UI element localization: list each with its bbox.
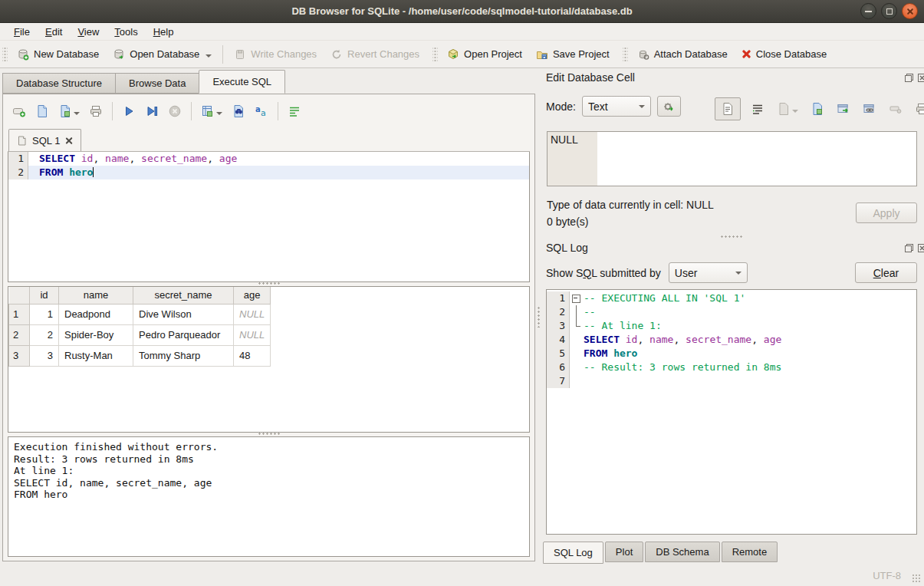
menu-file[interactable]: File [7,25,37,39]
code-line[interactable]: 7 [547,374,916,388]
menu-tools[interactable]: Tools [107,25,144,39]
clear-log-button[interactable]: Clear [855,262,917,283]
format-sql-button[interactable]: aa [253,103,270,120]
row-header[interactable]: 2 [9,324,30,345]
float-panel-icon[interactable] [904,243,914,253]
tab-execute-sql[interactable]: Execute SQL [199,70,285,94]
close-database-button[interactable]: Close Database [735,44,834,64]
code-line[interactable]: 3-- At line 1: [547,319,916,333]
cell-value-editor[interactable]: NULL [547,131,917,186]
find-button[interactable] [230,103,247,120]
tab-sql-log[interactable]: SQL Log [543,542,603,564]
apply-button[interactable]: Apply [856,202,917,223]
close-panel-icon[interactable] [917,73,924,83]
open-database-button[interactable]: Open Database [106,44,219,64]
float-panel-icon[interactable] [904,73,914,83]
toolbar-grip[interactable] [2,46,8,63]
titlebar[interactable]: DB Browser for SQLite - /home/user/code/… [0,0,924,23]
table-cell[interactable]: NULL [234,324,271,345]
sql-log-filter-select[interactable]: User [669,262,748,283]
table-cell[interactable]: NULL [234,304,271,324]
code-line[interactable]: 4SELECT id, name, secret_name, age [547,333,916,347]
tab-db-schema[interactable]: DB Schema [645,542,719,562]
word-wrap-button[interactable] [286,103,303,120]
table-cell[interactable]: Dive Wilson [133,304,234,324]
link-window-button[interactable] [860,100,879,118]
sql-editor[interactable]: 1SELECT id, name, secret_name, age2FROM … [8,152,530,282]
code-line[interactable]: 6-- Result: 3 rows returned in 8ms [547,360,916,374]
resize-grip[interactable] [912,574,922,584]
menu-view[interactable]: View [71,25,106,39]
auto-apply-button[interactable] [657,96,681,117]
table-cell[interactable]: Deadpond [59,304,133,324]
new-sql-tab-button[interactable] [11,103,28,120]
tab-remote[interactable]: Remote [722,542,778,562]
toolbar-grip[interactable] [623,46,628,63]
execute-line-button[interactable] [143,103,160,120]
maximize-button[interactable] [881,3,897,19]
fold-marker[interactable] [570,291,582,305]
tab-browse-data[interactable]: Browse Data [115,73,199,94]
close-panel-icon[interactable] [917,243,924,253]
horizontal-splitter[interactable] [546,235,917,239]
sql-document-icon [17,136,27,146]
table-cell[interactable]: Rusty-Man [59,345,133,366]
save-sql-file-button[interactable] [57,103,81,120]
row-header[interactable]: 1 [9,304,30,324]
tab-plot[interactable]: Plot [605,542,643,562]
menu-edit[interactable]: Edit [38,25,69,39]
execute-all-button[interactable] [120,103,137,120]
sql-file-tab[interactable]: SQL 1 [8,129,81,152]
code-line[interactable]: 2-- [547,305,916,319]
write-changes-button[interactable]: Write Changes [227,44,324,64]
horizontal-splitter[interactable] [3,281,534,285]
text-mode-button[interactable] [715,97,741,120]
column-header-age[interactable]: age [234,287,271,304]
export-cell-button[interactable] [808,100,827,118]
corner-header[interactable] [9,287,30,304]
sql-log-view[interactable]: 1-- EXECUTING ALL IN 'SQL 1'2--3-- At li… [546,289,917,535]
execution-message-area[interactable]: Execution finished without errors. Resul… [8,436,530,557]
open-project-button[interactable]: Open Project [440,44,529,64]
tab-database-structure[interactable]: Database Structure [2,73,115,94]
table-cell[interactable]: Tommy Sharp [133,345,234,366]
revert-changes-label: Revert Changes [347,48,419,60]
print-button[interactable] [87,103,104,120]
open-sql-file-button[interactable] [34,103,51,120]
save-project-button[interactable]: Save Project [529,44,617,64]
encoding-indicator[interactable]: UTF-8 [873,570,901,581]
column-header-id[interactable]: id [30,287,59,304]
code-line[interactable]: 2FROM hero [8,166,529,179]
horizontal-splitter[interactable] [3,432,534,436]
row-header[interactable]: 3 [9,345,30,366]
close-button[interactable] [902,3,918,19]
word-wrap-cell-button[interactable] [748,100,767,118]
set-null-button[interactable] [886,100,905,118]
export-results-button[interactable] [199,103,224,120]
chevron-down-icon[interactable] [206,54,212,58]
code-line[interactable]: 1SELECT id, name, secret_name, age [8,152,529,166]
stop-button[interactable] [166,103,183,120]
table-cell[interactable]: 48 [234,345,271,366]
open-external-button[interactable] [834,100,853,118]
table-cell[interactable]: 1 [30,304,59,324]
print-cell-button[interactable] [912,100,924,118]
vertical-splitter[interactable] [536,69,541,564]
column-header-name[interactable]: name [59,287,133,304]
column-header-secret-name[interactable]: secret_name [133,287,234,304]
toolbar-grip[interactable] [432,46,438,63]
import-cell-button[interactable] [774,100,801,118]
minimize-button[interactable] [860,3,876,19]
code-line[interactable]: 5FROM hero [547,347,916,360]
close-sql-tab-icon[interactable] [65,137,73,144]
new-database-button[interactable]: New Database [10,44,106,64]
table-cell[interactable]: Pedro Parqueador [133,324,234,345]
table-cell[interactable]: 3 [30,345,59,366]
attach-database-button[interactable]: Attach Database [630,44,735,64]
revert-changes-button[interactable]: Revert Changes [324,44,426,64]
table-cell[interactable]: 2 [30,324,59,345]
menu-help[interactable]: Help [146,25,181,39]
code-line[interactable]: 1-- EXECUTING ALL IN 'SQL 1' [547,291,916,305]
mode-select[interactable]: Text [582,96,651,117]
table-cell[interactable]: Spider-Boy [59,324,133,345]
